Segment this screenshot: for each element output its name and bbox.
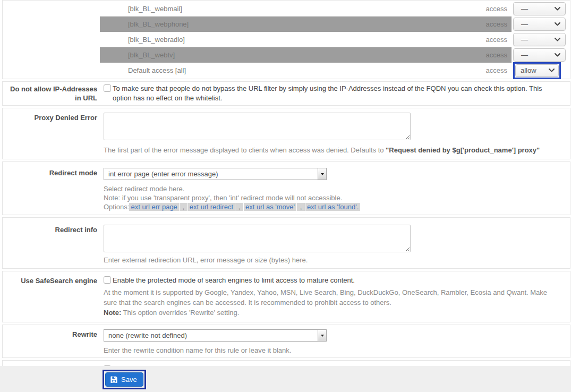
acl-access-row: Default access [all]accessallow	[3, 63, 570, 78]
access-dropdown[interactable]: —	[513, 48, 566, 62]
access-dropdown[interactable]: —	[513, 2, 566, 15]
save-button-label: Save	[121, 376, 137, 384]
rewrite-select[interactable]: none (rewrite not defined)	[104, 329, 327, 342]
option-separator: ,	[235, 203, 243, 211]
rewrite-selected-value: none (rewrite not defined)	[104, 331, 318, 339]
chevron-down-icon	[555, 22, 560, 26]
field-label-redirect-info: Redirect info	[3, 225, 97, 265]
acl-access-label: access	[486, 66, 507, 74]
select-arrow-icon[interactable]	[318, 168, 326, 180]
redirect-mode-options-line: Options:ext url err page , ext url redir…	[104, 202, 570, 211]
acl-access-label: access	[486, 51, 507, 59]
section-redirect-info: Redirect info Enter external redirection…	[2, 217, 570, 269]
redirect-info-textarea[interactable]	[104, 225, 411, 252]
acl-row-label: [blk_BL_webtv]	[128, 51, 175, 59]
acl-access-label: access	[486, 5, 507, 13]
proxy-denied-default-value: "Request denied by $g['product_name'] pr…	[386, 146, 540, 154]
redirect-option-link[interactable]: ext url err page	[129, 203, 178, 211]
field-label-proxy-denied: Proxy Denied Error	[3, 113, 97, 155]
blacklist-access-table: [blk_BL_webmail]access—[blk_BL_webphone]…	[2, 0, 570, 79]
section-proxy-denied: Proxy Denied Error The first part of the…	[2, 108, 570, 159]
chevron-down-icon	[555, 53, 560, 57]
save-button[interactable]: Save	[105, 372, 143, 387]
acl-access-row: [blk_BL_webphone]access—	[3, 16, 570, 32]
select-arrow-icon[interactable]	[318, 330, 326, 341]
chevron-down-icon	[549, 69, 555, 72]
floppy-save-icon	[110, 376, 118, 384]
dropdown-value: allow	[521, 66, 536, 74]
option-separator: ,	[180, 203, 188, 211]
dropdown-value: —	[521, 36, 528, 44]
redirect-mode-selected-value: int error page (enter error message)	[104, 170, 318, 178]
redirect-option-link[interactable]: ext url as 'found'.	[305, 203, 360, 211]
acl-row-label: [blk_BL_webmail]	[128, 5, 182, 13]
redirect-info-helper: Enter external redirection URL, error me…	[104, 255, 570, 265]
field-label-rewrite: Rewrite	[3, 329, 97, 355]
ip-filter-checkbox[interactable]	[104, 84, 111, 92]
field-label-ip: Do not allow IP-Addresses in URL	[3, 84, 97, 103]
dropdown-value: —	[521, 51, 528, 59]
chevron-down-icon	[555, 38, 560, 41]
redirect-mode-select[interactable]: int error page (enter error message)	[104, 168, 327, 180]
section-safesearch: Use SafeSearch engine Enable the protect…	[2, 271, 570, 322]
default-access-dropdown[interactable]: allow	[515, 64, 559, 77]
acl-row-label: [blk_BL_webphone]	[128, 20, 189, 28]
allow-annotation-box: allow	[513, 62, 561, 79]
redirect-mode-help1: Select redirect mode here.	[104, 184, 570, 193]
acl-access-label: access	[486, 20, 507, 28]
acl-row-label: Default access [all]	[128, 66, 186, 74]
acl-row-label: [blk_BL_webradio]	[128, 36, 185, 44]
dropdown-value: —	[521, 20, 528, 28]
option-separator: ,	[297, 203, 305, 211]
acl-access-row: [blk_BL_webtv]access—	[3, 47, 570, 63]
chevron-down-icon	[555, 7, 560, 11]
dropdown-value: —	[521, 5, 528, 13]
ip-filter-checkbox-text: To make sure that people do not bypass t…	[113, 84, 549, 103]
safesearch-checkbox-text: Enable the protected mode of search engi…	[113, 276, 355, 285]
section-ip-addresses: Do not allow IP-Addresses in URL To make…	[2, 81, 570, 106]
redirect-option-link[interactable]: ext url redirect	[188, 203, 235, 211]
safesearch-checkbox[interactable]	[104, 276, 111, 284]
field-label-redirect-mode: Redirect mode	[3, 168, 97, 211]
acl-config-page: [blk_BL_webmail]access—[blk_BL_webphone]…	[0, 0, 571, 392]
safesearch-note: Note: This option overrides 'Rewrite' se…	[104, 308, 554, 318]
safesearch-help: At the moment it is supported by Google,…	[104, 287, 554, 308]
save-annotation-box: Save	[103, 370, 146, 389]
proxy-denied-textarea[interactable]	[104, 113, 411, 140]
section-rewrite: Rewrite none (rewrite not defined) Enter…	[2, 325, 570, 358]
redirect-option-link[interactable]: ext url as 'move'	[244, 203, 296, 211]
acl-access-row: [blk_BL_webmail]access—	[3, 1, 570, 16]
field-label-safesearch: Use SafeSearch engine	[3, 276, 97, 318]
access-dropdown[interactable]: —	[513, 33, 566, 46]
rewrite-helper: Enter the rewrite condition name for thi…	[104, 346, 570, 355]
acl-access-row: [blk_BL_webradio]access—	[3, 32, 570, 47]
section-redirect-mode: Redirect mode int error page (enter erro…	[2, 161, 570, 215]
options-label: Options:	[104, 203, 129, 211]
proxy-denied-helper: The first part of the error message disp…	[104, 146, 570, 155]
redirect-mode-help2: Note: if you use 'transparent proxy', th…	[104, 193, 570, 202]
access-dropdown[interactable]: —	[513, 18, 566, 31]
form-footer: Save	[0, 366, 571, 392]
acl-access-label: access	[486, 36, 507, 44]
